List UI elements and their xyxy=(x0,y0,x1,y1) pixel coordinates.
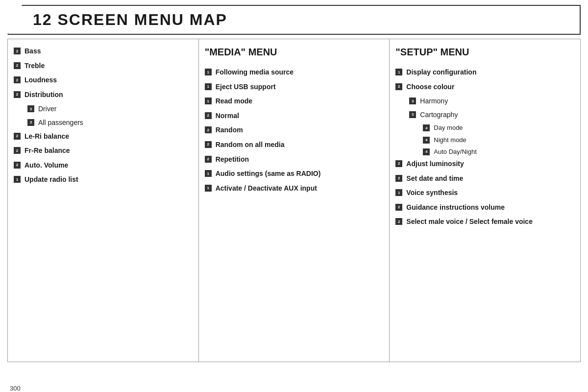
item-label: Activate / Deactivate AUX input xyxy=(216,184,317,194)
item-label: Bass xyxy=(24,47,41,56)
item-label: Select male voice / Select female voice xyxy=(406,217,533,227)
list-item: 2 Choose colour xyxy=(395,82,574,92)
sub-sub-list-item: 4 Night mode xyxy=(423,136,574,145)
list-item: 2 Fr-Re balance xyxy=(14,146,193,156)
level-badge: 2 xyxy=(395,160,402,167)
item-label: Driver xyxy=(38,104,56,114)
list-item: 2 Adjust luminosity xyxy=(395,159,574,169)
list-item: 1 Read mode xyxy=(205,97,384,106)
item-label: Auto Day/Night xyxy=(434,147,476,156)
level-badge: 1 xyxy=(205,83,212,90)
level-badge: 2 xyxy=(14,91,21,98)
list-item: 2 Loudness xyxy=(14,75,193,85)
list-item: 1 Audio settings (same as RADIO) xyxy=(205,169,384,179)
item-label: Eject USB support xyxy=(216,82,276,92)
title-banner: 12 SCREEN MENU MAP xyxy=(7,5,581,35)
sub-sub-list-item: 4 Auto Day/Night xyxy=(423,147,574,156)
level-badge: 2 xyxy=(205,112,212,119)
level-badge: 1 xyxy=(14,176,21,183)
item-label: Voice synthesis xyxy=(406,188,458,198)
level-badge: 2 xyxy=(14,133,21,140)
level-badge: 3 xyxy=(409,111,416,118)
sub-list-item: 3 Harmony xyxy=(409,97,574,106)
item-label: Night mode xyxy=(434,136,466,145)
level-badge: 2 xyxy=(395,218,402,225)
page-title: 12 SCREEN MENU MAP xyxy=(33,11,570,29)
item-label: Choose colour xyxy=(406,82,454,92)
level-badge: 2 xyxy=(14,48,21,54)
item-label: Cartography xyxy=(420,110,458,120)
level-badge: 4 xyxy=(423,137,430,144)
item-label: Repetition xyxy=(216,155,249,165)
level-badge: 2 xyxy=(205,126,212,133)
sub-list-item: 3 Driver xyxy=(27,104,193,114)
list-item: 2 Set date and time xyxy=(395,174,574,184)
level-badge: 2 xyxy=(14,62,21,69)
item-label: Guidance instructions volume xyxy=(406,203,505,213)
item-label: Random xyxy=(216,125,243,135)
level-badge: 1 xyxy=(395,69,402,75)
item-label: Auto. Volume xyxy=(24,161,68,171)
level-badge: 3 xyxy=(27,119,34,126)
level-badge: 1 xyxy=(205,98,212,104)
page-number: 300 xyxy=(10,385,21,392)
list-item: 1 Following media source xyxy=(205,68,384,77)
list-item: 1 Eject USB support xyxy=(205,82,384,92)
page-wrapper: 12 SCREEN MENU MAP 2 Bass 2 Treble 2 Lou… xyxy=(0,5,588,392)
list-item: 1 Activate / Deactivate AUX input xyxy=(205,184,384,194)
item-label: Day mode xyxy=(434,123,463,132)
list-item: 1 Update radio list xyxy=(14,175,193,185)
item-label: Fr-Re balance xyxy=(24,146,70,156)
level-badge: 1 xyxy=(205,185,212,192)
item-label: All passengers xyxy=(38,118,83,128)
list-item: 2 Distribution xyxy=(14,90,193,100)
columns-wrapper: 2 Bass 2 Treble 2 Loudness 2 Distributio… xyxy=(7,39,581,362)
level-badge: 2 xyxy=(14,162,21,169)
item-label: Treble xyxy=(24,61,45,71)
list-item: 2 Treble xyxy=(14,61,193,71)
item-label: Set date and time xyxy=(406,174,463,184)
item-label: Update radio list xyxy=(24,175,78,185)
list-item: 2 Guidance instructions volume xyxy=(395,203,574,213)
item-label: Following media source xyxy=(216,68,294,77)
col3-setup: "SETUP" MENU 1 Display configuration 2 C… xyxy=(390,39,580,362)
item-label: Harmony xyxy=(420,97,448,106)
level-badge: 1 xyxy=(205,170,212,177)
level-badge: 2 xyxy=(395,83,402,90)
col3-header: "SETUP" MENU xyxy=(395,47,574,58)
sub-list-item: 3 Cartography xyxy=(409,110,574,120)
list-item: 1 Voice synthesis xyxy=(395,188,574,198)
sub-sub-list-item: 4 Day mode xyxy=(423,123,574,132)
level-badge: 3 xyxy=(409,98,416,104)
item-label: Display configuration xyxy=(406,68,476,77)
list-item: 2 Random xyxy=(205,125,384,135)
level-badge: 3 xyxy=(27,105,34,112)
col2-header: "MEDIA" MENU xyxy=(205,47,384,58)
item-label: Le-Ri balance xyxy=(24,132,69,142)
level-badge: 2 xyxy=(395,204,402,211)
item-label: Adjust luminosity xyxy=(406,159,464,169)
level-badge: 2 xyxy=(14,76,21,83)
level-badge: 1 xyxy=(395,189,402,196)
level-badge: 2 xyxy=(395,175,402,182)
list-item: 2 Auto. Volume xyxy=(14,161,193,171)
list-item: 2 Select male voice / Select female voic… xyxy=(395,217,574,227)
item-label: Distribution xyxy=(24,90,63,100)
level-badge: 1 xyxy=(205,69,212,75)
item-label: Loudness xyxy=(24,75,57,85)
level-badge: 2 xyxy=(205,141,212,148)
sub-list-item: 3 All passengers xyxy=(27,118,193,128)
list-item: 2 Bass xyxy=(14,47,193,56)
level-badge: 4 xyxy=(423,148,430,155)
item-label: Read mode xyxy=(216,97,252,106)
list-item: 1 Display configuration xyxy=(395,68,574,77)
level-badge: 2 xyxy=(14,147,21,154)
item-label: Random on all media xyxy=(216,140,285,150)
col2-media: "MEDIA" MENU 1 Following media source 1 … xyxy=(199,39,390,362)
list-item: 2 Random on all media xyxy=(205,140,384,150)
list-item: 2 Le-Ri balance xyxy=(14,132,193,142)
item-label: Audio settings (same as RADIO) xyxy=(216,169,321,179)
list-item: 2 Normal xyxy=(205,111,384,121)
level-badge: 2 xyxy=(205,156,212,163)
col1-audio: 2 Bass 2 Treble 2 Loudness 2 Distributio… xyxy=(8,39,199,362)
